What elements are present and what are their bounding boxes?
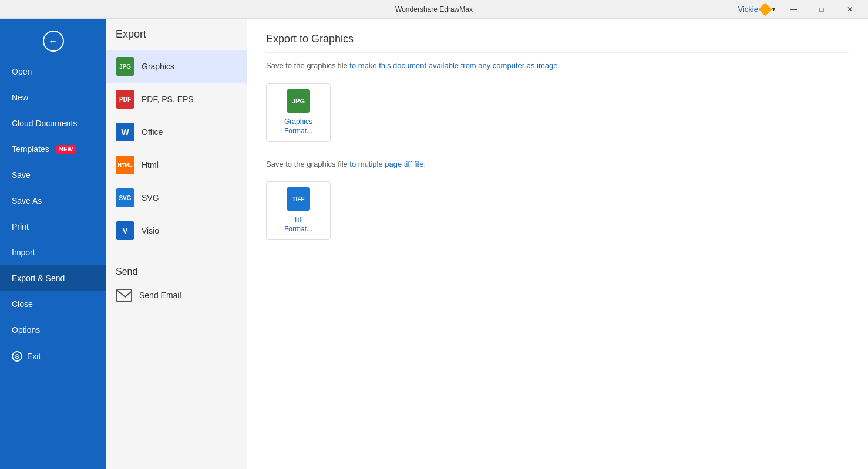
tiff-format-icon: TIFF — [287, 187, 310, 211]
sidebar-item-label: Options — [12, 325, 40, 335]
sidebar-item-new[interactable]: New — [0, 85, 106, 110]
sidebar-item-label: Close — [12, 299, 33, 309]
export-item-office[interactable]: W Office — [106, 116, 247, 149]
minimize-button[interactable]: — — [780, 0, 807, 19]
export-item-label: Html — [142, 160, 159, 170]
sidebar-item-import[interactable]: Import — [0, 239, 106, 265]
sidebar-item-label: Save — [12, 170, 31, 180]
desc1-plain: Save to the graphics file — [266, 61, 349, 70]
tiff-format-label: TiffFormat... — [284, 215, 312, 234]
sidebar-item-label: Export & Send — [12, 274, 65, 283]
app-body: ← Open New Cloud Documents Templates NEW… — [0, 19, 868, 469]
sidebar: ← Open New Cloud Documents Templates NEW… — [0, 19, 106, 469]
format-cards-graphics: JPG GraphicsFormat... — [266, 83, 849, 142]
user-dropdown-icon[interactable]: ▾ — [772, 6, 775, 12]
export-item-svg[interactable]: SVG SVG — [106, 181, 247, 214]
back-circle-icon[interactable]: ← — [43, 31, 64, 52]
sidebar-item-templates[interactable]: Templates NEW — [0, 136, 106, 162]
sidebar-item-label: Open — [12, 67, 32, 76]
export-item-label: PDF, PS, EPS — [142, 95, 194, 104]
sidebar-item-cloud-documents[interactable]: Cloud Documents — [0, 110, 106, 136]
send-section-title: Send — [106, 257, 247, 282]
content-desc-1: Save to the graphics file to make this d… — [266, 60, 849, 72]
content-desc-2: Save to the graphics file to mutiple pag… — [266, 158, 849, 170]
titlebar-title: Wondershare EdrawMax — [395, 5, 473, 14]
export-panel: Export JPG Graphics PDF PDF, PS, EPS W O… — [106, 19, 247, 469]
export-item-label: Send Email — [139, 291, 181, 300]
content-title: Export to Graphics — [266, 33, 849, 53]
close-button[interactable]: ✕ — [836, 0, 863, 19]
html-icon: HTML — [116, 156, 134, 174]
sidebar-item-label: Print — [12, 222, 29, 231]
back-arrow-icon: ← — [48, 35, 59, 48]
export-item-label: Graphics — [142, 62, 174, 71]
pdf-icon: PDF — [116, 90, 134, 109]
sidebar-item-label: Cloud Documents — [12, 119, 77, 128]
sidebar-item-label: Import — [12, 248, 35, 257]
user-diamond-icon — [759, 2, 772, 16]
export-item-pdf[interactable]: PDF PDF, PS, EPS — [106, 83, 247, 116]
export-item-label: SVG — [142, 193, 159, 203]
graphics-format-label: GraphicsFormat... — [284, 117, 312, 136]
export-item-html[interactable]: HTML Html — [106, 149, 247, 181]
sidebar-item-save-as[interactable]: Save As — [0, 188, 106, 214]
tiff-format-card[interactable]: TIFF TiffFormat... — [266, 181, 331, 240]
new-badge: NEW — [56, 145, 76, 154]
export-item-graphics[interactable]: JPG Graphics — [106, 50, 247, 83]
user-area[interactable]: Vickie ▾ — [738, 5, 775, 14]
titlebar: Wondershare EdrawMax Vickie ▾ — □ ✕ — [0, 0, 868, 19]
sidebar-item-label: New — [12, 93, 28, 102]
back-button[interactable]: ← — [0, 23, 106, 59]
titlebar-controls: — □ ✕ — [780, 0, 863, 19]
send-email-icon — [116, 289, 132, 302]
maximize-button[interactable]: □ — [808, 0, 835, 19]
sidebar-item-close[interactable]: Close — [0, 291, 106, 317]
sidebar-item-options[interactable]: Options — [0, 317, 106, 343]
user-name: Vickie — [738, 5, 758, 14]
svg-icon: SVG — [116, 188, 134, 207]
desc1-highlight: to make this document available from any… — [349, 61, 560, 70]
export-item-label: Visio — [142, 226, 159, 235]
exit-circle-icon: ⊖ — [12, 351, 22, 362]
word-icon: W — [116, 123, 134, 141]
export-item-send-email[interactable]: Send Email — [106, 282, 247, 309]
graphics-format-card[interactable]: JPG GraphicsFormat... — [266, 83, 331, 142]
section-divider — [106, 252, 247, 252]
desc2-highlight: to mutiple page tiff file. — [349, 160, 426, 168]
sidebar-item-export-send[interactable]: Export & Send — [0, 265, 106, 291]
content-area: Export to Graphics Save to the graphics … — [247, 19, 868, 469]
export-item-visio[interactable]: V Visio — [106, 214, 247, 247]
sidebar-item-open[interactable]: Open — [0, 59, 106, 85]
graphics-format-icon: JPG — [287, 89, 310, 113]
export-item-label: Office — [142, 127, 163, 137]
sidebar-item-save[interactable]: Save — [0, 162, 106, 188]
visio-icon: V — [116, 221, 134, 240]
sidebar-item-exit[interactable]: ⊖ Exit — [0, 343, 106, 370]
sidebar-item-label: Save As — [12, 196, 42, 205]
graphics-icon: JPG — [116, 57, 134, 76]
sidebar-item-label: Exit — [27, 352, 41, 361]
desc2-plain: Save to the graphics file — [266, 160, 349, 168]
export-panel-title: Export — [106, 28, 247, 50]
sidebar-item-label: Templates — [12, 144, 49, 154]
format-cards-tiff: TIFF TiffFormat... — [266, 181, 849, 240]
sidebar-item-print[interactable]: Print — [0, 214, 106, 239]
